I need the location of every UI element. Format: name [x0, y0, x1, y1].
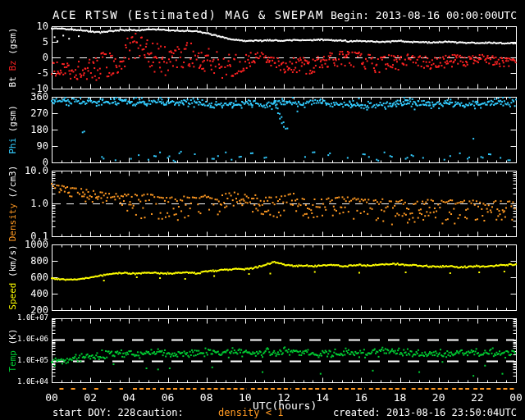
- y-axis-title-part: Temp: [7, 350, 18, 372]
- x-tick-label: 04: [115, 391, 143, 404]
- x-tick-label: 02: [76, 391, 104, 404]
- y-tick-label: 360: [0, 92, 48, 102]
- y-axis-title-part: Phi: [7, 138, 18, 154]
- y-tick-label: 1.0E+07: [0, 313, 48, 322]
- x-tick-label: 18: [386, 391, 414, 404]
- y-axis-title-part: (K): [7, 329, 18, 351]
- y-axis-title: Density (/cm3): [7, 166, 18, 242]
- y-axis-title-part: (gsm): [7, 105, 18, 138]
- footer-start-doy: start DOY: 228: [52, 407, 135, 418]
- y-axis-title-part: (km/s): [7, 244, 18, 282]
- x-tick-label: 22: [463, 391, 491, 404]
- x-tick-label: 00: [502, 391, 525, 404]
- y-axis-title-part: (gsm): [7, 28, 18, 61]
- y-axis-title: Temp (K): [7, 329, 18, 372]
- y-axis-title-part: Bz: [7, 60, 18, 71]
- footer-created-timestamp: created: 2013-08-16 23:50:04UTC: [333, 407, 517, 418]
- plot-canvas: [0, 0, 525, 420]
- x-tick-label: 06: [154, 391, 182, 404]
- y-axis-title-part: Density: [7, 203, 18, 241]
- y-axis-title-part: Speed: [7, 283, 18, 310]
- y-axis-title-part: (/cm3): [7, 166, 18, 203]
- plot-title: ACE RTSW (Estimated) MAG & SWEPAM: [52, 8, 324, 21]
- ace-rtsw-solar-wind-plot: ACE RTSW (Estimated) MAG & SWEPAM Begin:…: [0, 0, 525, 420]
- y-axis-title: Bt Bz (gsm): [7, 28, 18, 88]
- x-tick-label: 00: [38, 391, 66, 404]
- y-axis-title-part: Bt: [7, 71, 18, 88]
- x-tick-label: 20: [425, 391, 453, 404]
- footer-caution-label: caution:: [136, 407, 184, 418]
- begin-timestamp: Begin: 2013-08-16 00:00:00UTC: [331, 9, 517, 21]
- x-tick-label: 08: [193, 391, 221, 404]
- x-tick-label: 16: [347, 391, 375, 404]
- y-axis-title: Speed (km/s): [7, 244, 18, 309]
- footer-caution-value: density < 1: [218, 407, 283, 418]
- y-tick-label: 1.0E+04: [0, 377, 48, 386]
- y-axis-title: Phi (gsm): [7, 105, 18, 154]
